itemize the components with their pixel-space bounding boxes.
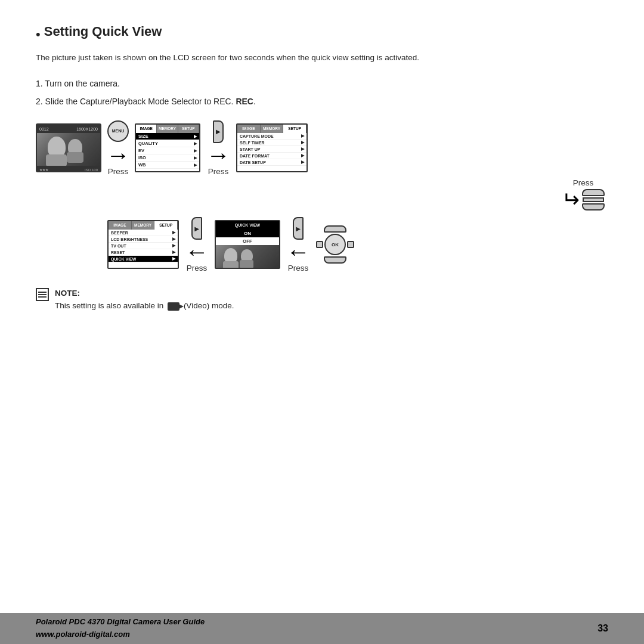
diagram-area: 0012 1600X1200 ★★★ ISO 100 [36,120,608,273]
setup-tabs-1: IMAGE MEMORY SETUP [237,125,306,133]
step-2: 2. Slide the Capture/Playback Mode Selec… [36,93,608,110]
top-nav-btn [582,189,605,196]
setup2-item-tvout: TV OUT▶ [109,243,178,249]
lcd-iso: ISO 100 [85,168,98,172]
menu-tabs: IMAGE MEMORY SETUP [136,125,199,133]
step5-arrow: ◀ ← Press [286,217,310,273]
press-label-5: Press [288,264,309,273]
bot-nav-btn-2 [324,256,346,264]
note-body: This setting is also available in (Video… [55,301,234,310]
footer: Polaroid PDC 4370 Digital Camera User Gu… [0,613,644,644]
menu-btn-label: MENU [112,129,125,133]
step4-arrow: ◀ ← Press [185,217,209,273]
title-bullet: • [36,27,41,42]
lcd-top-bar: 0012 1600X1200 [37,125,100,133]
note-label: NOTE: [55,289,80,298]
setup2-item-beeper: BEEPER▶ [109,230,178,236]
setup-screen-2-wrapper: IMAGE MEMORY SETUP BEEPER▶ LCD BRIGHTNES… [107,220,179,269]
menu-btn-group: MENU [107,120,129,142]
ok-btn-group: OK [316,225,354,264]
lcd-photo-area [37,133,100,166]
setup2-item-reset: RESET▶ [109,249,178,256]
menu-button-icon: MENU [107,120,129,142]
menu-screen-1: IMAGE MEMORY SETUP SIZE▶ QUALITY▶ EV▶ IS… [135,123,200,172]
lcd-photo-body2 [67,152,83,163]
setup2-item-lcd: LCD BRIGHTNESS▶ [109,236,178,243]
lcd-res: 1600X1200 [76,127,98,131]
qv-header: QUICK VIEW [216,221,279,230]
top-nav-btn-2 [324,225,346,233]
ctrl-group [582,189,605,210]
right-nav-btn-4 [347,241,354,248]
lcd-stars: ★★★ [39,168,48,172]
down-arrow-icon: ↵ [562,187,580,212]
ok-mid-row: OK [316,234,354,255]
press-label-4: Press [187,264,208,273]
setup-item-self: SELF TIMER▶ [237,140,306,146]
page-title: Setting Quick View [44,24,162,39]
tab-setup: SETUP [178,125,199,133]
press-label-3: Press [573,178,594,187]
press-label-1: Press [108,167,129,176]
footer-line1: Polaroid PDC 4370 Digital Camera User Gu… [36,616,205,628]
tab-image: IMAGE [136,125,157,133]
diagram-row-1: 0012 1600X1200 ★★★ ISO 100 [36,120,608,176]
arrow-right-2: → [206,143,230,167]
down-nav-icon: ↵ [562,187,605,212]
right-nav-btn-2-icon: ◀ [191,217,202,240]
mid-nav-btn [583,197,604,202]
qv-body [223,261,239,269]
right-nav-btn-icon: ▶ [213,120,224,143]
menu-item-size: SIZE▶ [136,133,199,140]
tab-memory: MEMORY [157,125,178,133]
qv-off: OFF [216,237,279,245]
lcd-info: 0012 [39,127,49,131]
setup2-item-qv: QUICK VIEW▶ [109,256,178,262]
steps: 1. Turn on the camera. 2. Slide the Capt… [36,75,608,111]
qv-screen: QUICK VIEW ON OFF [215,220,280,269]
menu-item-ev: EV▶ [136,147,199,154]
qv-photo [216,245,279,269]
stab-memory-1: MEMORY [261,125,284,133]
arrow-right-1: → [106,143,130,167]
lcd-bottom-bar: ★★★ ISO 100 [37,166,100,172]
menu-item-quality: QUALITY▶ [136,140,199,147]
note-line-3 [38,296,47,298]
left-nav-btn-2 [316,241,323,248]
qv-body2 [240,260,253,268]
intro-text: The picture just taken is shown on the L… [36,51,608,64]
arrow-left-2: ← [286,240,310,264]
press-label-2: Press [208,167,229,176]
diagram-row-3: IMAGE MEMORY SETUP BEEPER▶ LCD BRIGHTNES… [36,217,608,273]
note-line-2 [38,294,47,295]
setup-item-datesetup: DATE SETUP▶ [237,159,306,166]
setup-tabs-2: IMAGE MEMORY SETUP [109,221,178,230]
menu-item-wb: WB▶ [136,162,199,169]
menu-item-iso: ISO▶ [136,154,199,162]
step1-arrow: MENU → Press [106,120,130,176]
stab-image-2: IMAGE [109,221,132,230]
stab-memory-2: MEMORY [132,221,155,230]
bot-nav-btn [582,203,605,210]
setup-item-capture: CAPTURE MODE▶ [237,133,306,140]
right-nav-btn-3-icon: ◀ [293,217,304,240]
setup-screen-2: IMAGE MEMORY SETUP BEEPER▶ LCD BRIGHTNES… [107,220,179,269]
setup-item-dateformat: DATE FORMAT▶ [237,153,306,159]
arrow-left-1: ← [185,240,209,264]
step3-group: Press ↵ [562,178,605,212]
step2-arrow: ▶ → Press [206,120,230,176]
setup-item-startup: START UP▶ [237,146,306,153]
stab-image-1: IMAGE [237,125,261,133]
page: • Setting Quick View The picture just ta… [0,0,644,644]
footer-line2: www.polaroid-digital.com [36,628,205,641]
setup-screen-1: IMAGE MEMORY SETUP CAPTURE MODE▶ SELF TI… [236,123,308,172]
stab-setup-2: SETUP [154,221,178,230]
note-text: NOTE: This setting is also available in … [55,287,234,312]
video-mode-icon [168,302,179,311]
note-section: NOTE: This setting is also available in … [36,287,608,312]
page-number: 33 [597,623,608,634]
note-line-1 [38,292,47,293]
qv-on: ON [216,230,279,237]
diagram-row-2: Press ↵ [36,178,608,212]
step-1: 1. Turn on the camera. [36,75,608,92]
